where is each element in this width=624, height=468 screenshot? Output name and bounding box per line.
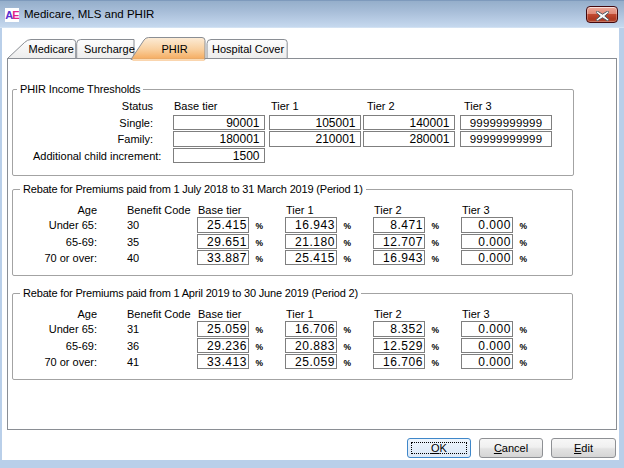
svg-text:Hospital Cover: Hospital Cover	[212, 43, 284, 55]
svg-text:Surcharge: Surcharge	[84, 43, 135, 55]
svg-text:Medicare: Medicare	[29, 43, 74, 55]
svg-text:PHIR: PHIR	[162, 43, 188, 55]
